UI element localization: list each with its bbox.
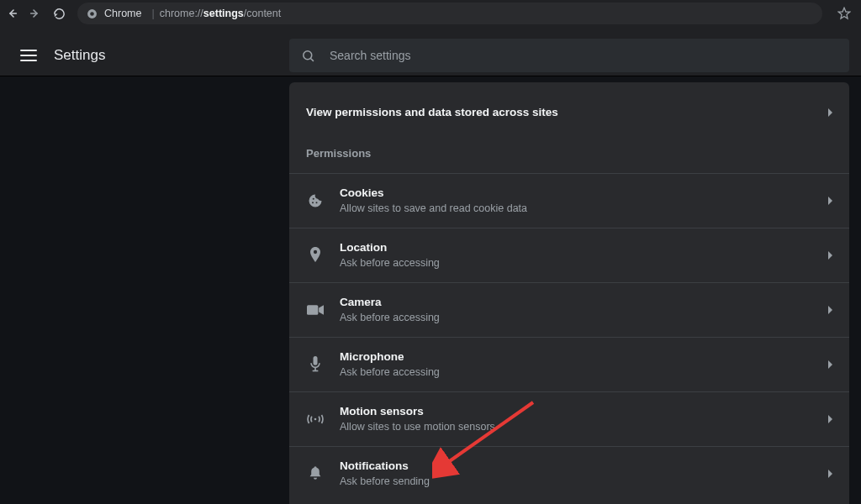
- omnibox[interactable]: Chrome | chrome:// settings /content: [77, 3, 822, 24]
- permission-sub: Ask before accessing: [340, 310, 828, 325]
- cookie-icon: [306, 193, 325, 208]
- permission-sub: Allow sites to save and read cookie data: [340, 201, 828, 216]
- permissions-section-label: Permissions: [289, 142, 849, 173]
- permission-sub: Ask before accessing: [340, 255, 828, 270]
- permission-row-location[interactable]: Location Ask before accessing: [289, 228, 849, 282]
- svg-marker-12: [319, 305, 324, 315]
- permission-title: Cookies: [340, 186, 828, 201]
- permission-title: Motion sensors: [340, 404, 828, 419]
- settings-sidebar: [0, 76, 289, 504]
- chrome-icon: [86, 8, 98, 19]
- permission-title: Camera: [340, 295, 828, 310]
- bookmark-star-button[interactable]: [832, 2, 856, 25]
- svg-point-5: [304, 50, 312, 59]
- svg-line-6: [310, 58, 313, 60]
- chevron-right-icon: [828, 108, 832, 117]
- camera-icon: [306, 304, 325, 316]
- omnibox-url-host: settings: [203, 8, 244, 19]
- motion-sensors-icon: [306, 412, 325, 426]
- omnibox-url-path: /content: [244, 8, 281, 19]
- permission-row-notifications[interactable]: Notifications Ask before sending: [289, 446, 849, 501]
- permission-row-motion-sensors[interactable]: Motion sensors Allow sites to use motion…: [289, 391, 849, 446]
- permission-row-camera[interactable]: Camera Ask before accessing: [289, 282, 849, 337]
- permission-sub: Ask before sending: [340, 474, 828, 489]
- chevron-right-icon: [828, 360, 832, 369]
- forward-button[interactable]: [24, 2, 47, 25]
- svg-rect-13: [314, 356, 318, 365]
- permission-row-microphone[interactable]: Microphone Ask before accessing: [289, 337, 849, 391]
- permission-title: Location: [340, 240, 828, 255]
- chevron-right-icon: [828, 197, 832, 205]
- bell-icon: [306, 466, 325, 481]
- svg-point-10: [314, 250, 317, 254]
- svg-point-9: [316, 202, 318, 203]
- search-icon: [301, 48, 316, 63]
- search-settings-input[interactable]: [328, 48, 837, 63]
- page-title: Settings: [54, 47, 105, 64]
- menu-button[interactable]: [20, 47, 37, 64]
- chevron-right-icon: [828, 415, 832, 423]
- microphone-icon: [306, 356, 325, 373]
- reload-button[interactable]: [47, 2, 71, 25]
- site-settings-panel: View permissions and data stored across …: [289, 82, 849, 504]
- omnibox-divider: |: [151, 8, 154, 19]
- svg-point-8: [312, 202, 314, 203]
- search-settings-field[interactable]: [289, 39, 849, 72]
- svg-rect-11: [307, 305, 318, 315]
- permission-row-cookies[interactable]: Cookies Allow sites to save and read coo…: [289, 173, 849, 228]
- svg-point-3: [90, 12, 94, 16]
- permission-sub: Allow sites to use motion sensors: [340, 419, 828, 434]
- permission-sub: Ask before accessing: [340, 365, 828, 380]
- omnibox-app-label: Chrome: [104, 8, 141, 19]
- location-icon: [306, 247, 325, 264]
- chevron-right-icon: [828, 251, 832, 260]
- permission-title: Notifications: [340, 459, 828, 474]
- svg-point-16: [314, 418, 317, 421]
- chevron-right-icon: [828, 306, 832, 314]
- view-site-permissions-label: View permissions and data stored across …: [306, 106, 828, 118]
- svg-marker-4: [838, 8, 849, 18]
- chevron-right-icon: [828, 470, 832, 478]
- back-button[interactable]: [0, 2, 24, 25]
- svg-point-7: [313, 198, 314, 200]
- view-site-permissions-row[interactable]: View permissions and data stored across …: [289, 94, 849, 142]
- permission-title: Microphone: [340, 349, 828, 365]
- omnibox-url-scheme: chrome://: [160, 8, 203, 19]
